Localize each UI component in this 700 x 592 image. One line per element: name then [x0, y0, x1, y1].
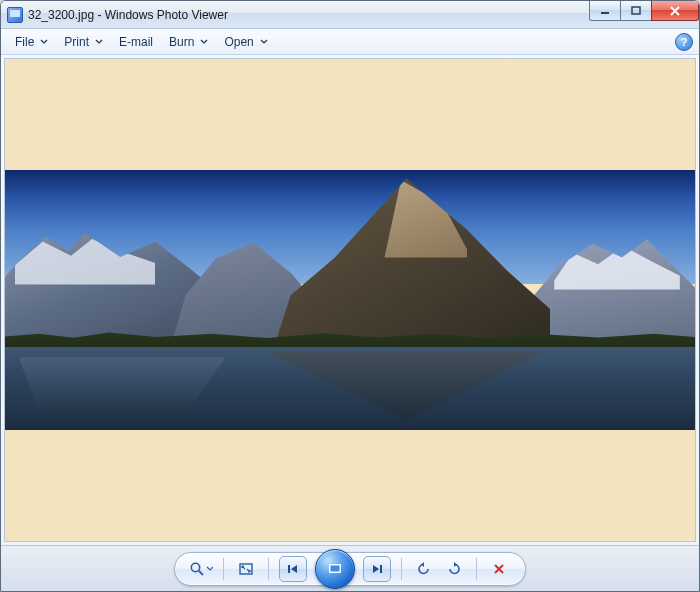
menu-email-label: E-mail	[119, 35, 153, 49]
help-icon: ?	[681, 36, 688, 48]
chevron-down-icon	[260, 39, 268, 45]
image-canvas[interactable]	[4, 58, 696, 542]
minimize-button[interactable]	[589, 1, 621, 21]
menu-burn-label: Burn	[169, 35, 194, 49]
fit-window-icon	[238, 561, 254, 577]
window-controls	[590, 1, 699, 21]
svg-point-2	[191, 563, 199, 571]
svg-rect-6	[329, 564, 341, 573]
magnifier-icon	[189, 561, 204, 577]
svg-rect-5	[288, 565, 290, 573]
delete-icon	[492, 562, 506, 576]
controls-pill	[174, 552, 526, 586]
menu-burn[interactable]: Burn	[161, 32, 216, 52]
app-icon	[7, 7, 23, 23]
chevron-down-icon	[206, 566, 213, 572]
menu-file-label: File	[15, 35, 34, 49]
zoom-button[interactable]	[189, 557, 213, 581]
delete-button[interactable]	[487, 557, 511, 581]
close-icon	[669, 6, 681, 16]
slideshow-button[interactable]	[315, 549, 355, 589]
svg-line-3	[199, 571, 203, 575]
rotate-ccw-icon	[416, 561, 432, 577]
menu-open-label: Open	[224, 35, 253, 49]
menu-open[interactable]: Open	[216, 32, 275, 52]
photo-viewer-window: 32_3200.jpg - Windows Photo Viewer File …	[0, 0, 700, 592]
svg-rect-8	[380, 565, 382, 573]
menu-print[interactable]: Print	[56, 32, 111, 52]
svg-rect-0	[601, 12, 609, 14]
viewport	[1, 55, 699, 545]
help-button[interactable]: ?	[675, 33, 693, 51]
maximize-icon	[631, 6, 641, 16]
next-button[interactable]	[363, 556, 391, 582]
menu-print-label: Print	[64, 35, 89, 49]
chevron-down-icon	[95, 39, 103, 45]
chevron-down-icon	[40, 39, 48, 45]
menubar: File Print E-mail Burn Open ?	[1, 29, 699, 55]
rotate-cw-button[interactable]	[442, 557, 466, 581]
slideshow-icon	[326, 560, 344, 578]
minimize-icon	[600, 6, 610, 16]
maximize-button[interactable]	[620, 1, 652, 21]
svg-rect-4	[240, 564, 252, 574]
separator	[223, 558, 224, 580]
close-button[interactable]	[651, 1, 699, 21]
chevron-down-icon	[200, 39, 208, 45]
rotate-ccw-button[interactable]	[412, 557, 436, 581]
menu-file[interactable]: File	[7, 32, 56, 52]
svg-rect-1	[632, 7, 640, 14]
titlebar: 32_3200.jpg - Windows Photo Viewer	[1, 1, 699, 29]
controls-strip	[1, 545, 699, 591]
separator	[268, 558, 269, 580]
next-icon	[370, 562, 384, 576]
fit-window-button[interactable]	[234, 557, 258, 581]
previous-icon	[286, 562, 300, 576]
menu-email[interactable]: E-mail	[111, 32, 161, 52]
previous-button[interactable]	[279, 556, 307, 582]
separator	[476, 558, 477, 580]
separator	[401, 558, 402, 580]
displayed-image	[5, 170, 695, 430]
svg-rect-7	[331, 565, 340, 571]
window-title: 32_3200.jpg - Windows Photo Viewer	[28, 8, 228, 22]
rotate-cw-icon	[446, 561, 462, 577]
